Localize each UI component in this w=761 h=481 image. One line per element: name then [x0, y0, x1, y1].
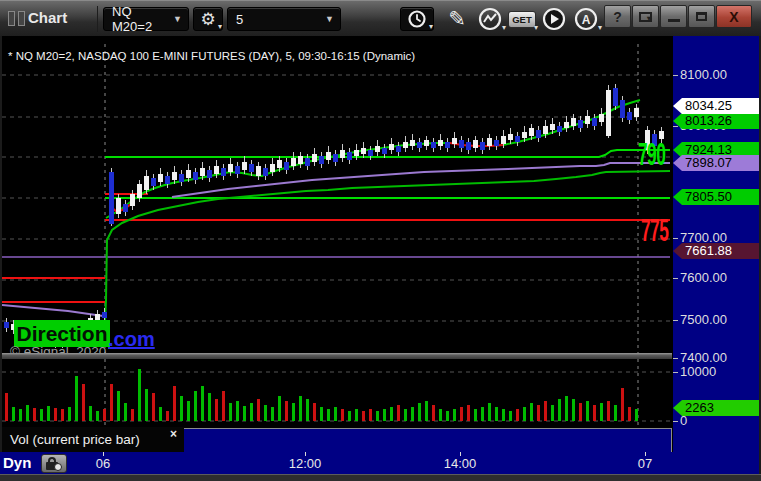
price-tag: 8013.26: [673, 113, 759, 129]
time-lock-button[interactable]: [41, 454, 67, 473]
help-icon: ?: [613, 9, 622, 25]
gear-button[interactable]: ⚙ ▾: [193, 7, 223, 31]
price-axis-tick: [673, 372, 678, 373]
get-data-button[interactable]: GET ▾: [506, 7, 538, 31]
symbol-dropdown[interactable]: NQ M20=2 ▼: [103, 7, 189, 31]
svg-text:A: A: [582, 13, 591, 27]
time-axis-label: 06: [96, 456, 110, 471]
window-bottom-frame: [0, 474, 761, 481]
time-axis-label: 07: [638, 456, 652, 471]
maximize-icon: [696, 12, 707, 21]
autoscale-button[interactable]: A ▾: [570, 7, 602, 31]
chevron-down-icon: ▼: [173, 14, 188, 24]
autoscale-icon: A: [573, 6, 599, 32]
titlebar: Chart NQ M20=2 ▼ ⚙ ▾ 5 ▼ ▾ ✎: [0, 0, 761, 36]
maximize-button[interactable]: [688, 5, 715, 28]
price-axis-label: 8100.00: [680, 67, 727, 83]
time-axis[interactable]: Dyn 0612:0014:0007: [0, 452, 759, 474]
watermark-link[interactable]: .com: [108, 328, 155, 351]
price-axis-tick: [673, 320, 678, 321]
volume-pane[interactable]: [2, 359, 672, 426]
price-axis-tick: [673, 278, 678, 279]
pencil-icon: ✎: [448, 7, 466, 31]
draw-button[interactable]: ✎: [441, 7, 473, 31]
time-axis-label: 14:00: [444, 456, 477, 471]
line-study-icon: [477, 6, 503, 32]
chevron-down-icon: ▼: [325, 14, 340, 24]
volume-study-label: Vol (current price bar): [2, 427, 184, 452]
price-tag: 2263: [673, 400, 759, 416]
gear-icon: ⚙: [200, 11, 215, 28]
chart-window: Chart NQ M20=2 ▼ ⚙ ▾ 5 ▼ ▾ ✎: [0, 0, 761, 481]
close-icon: X: [729, 9, 738, 25]
window-grip-icon[interactable]: [8, 11, 25, 26]
price-axis-tick: [673, 75, 678, 76]
minimize-icon: [668, 19, 680, 22]
main-price-pane[interactable]: [2, 40, 672, 353]
help-button[interactable]: ?: [604, 5, 631, 28]
price-tag: 7805.50: [673, 189, 759, 205]
price-axis-tick: [673, 421, 678, 422]
interval-dropdown[interactable]: 5 ▼: [227, 7, 341, 31]
big-red-price-label: 775: [641, 213, 673, 249]
play-icon: [541, 6, 567, 32]
clock-icon: [54, 463, 62, 471]
price-axis-tick: [673, 358, 678, 359]
big-green-price-label: 790: [638, 137, 673, 173]
chevron-down-icon: ▾: [218, 23, 222, 31]
window-title: Chart: [28, 9, 67, 26]
price-tag: 7898.07: [673, 155, 759, 171]
popout-button[interactable]: ▾: [632, 5, 659, 28]
toolbar-divider: [97, 6, 98, 32]
close-study-icon[interactable]: ×: [170, 427, 177, 441]
price-axis-label: 7600.00: [680, 270, 727, 286]
close-button[interactable]: X: [716, 5, 752, 28]
price-axis-label: 10000: [680, 364, 716, 380]
volume-row-panel: [184, 428, 672, 452]
price-axis-tick: [673, 126, 678, 127]
dynamic-mode-label[interactable]: Dyn: [3, 454, 31, 471]
get-data-icon: GET: [508, 11, 536, 28]
price-tag: 8034.25: [673, 98, 759, 114]
symbol-value: NQ M20=2: [104, 4, 173, 34]
popout-icon: ▾: [639, 12, 652, 22]
price-axis[interactable]: 8100.008000.007700.007600.007500.007400.…: [672, 36, 759, 452]
chart-title: * NQ M20=2, NASDAQ 100 E-MINI FUTURES (D…: [8, 50, 415, 62]
watermark-text: Direction: [14, 320, 110, 347]
line-study-button[interactable]: ▾: [474, 7, 506, 31]
chevron-down-icon: ▾: [598, 24, 602, 32]
minimize-button[interactable]: [660, 5, 687, 28]
interval-value: 5: [228, 12, 325, 27]
play-button[interactable]: [538, 7, 570, 31]
clock-icon: [407, 9, 427, 29]
time-axis-label: 12:00: [289, 456, 322, 471]
time-template-button[interactable]: ▾: [400, 7, 434, 31]
price-tag: 7661.88: [673, 243, 759, 259]
chevron-down-icon: ▾: [429, 23, 433, 31]
price-axis-tick: [673, 238, 678, 239]
pane-splitter[interactable]: [2, 353, 672, 359]
price-axis-label: 7500.00: [680, 312, 727, 328]
